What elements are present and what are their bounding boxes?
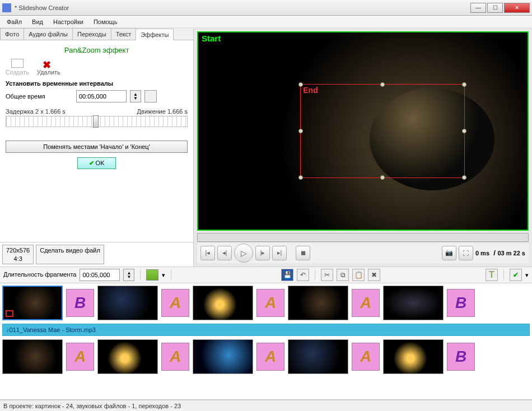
copy-button[interactable]: ⧉	[337, 269, 349, 281]
timeline[interactable]: B A A A B ♪ 011_Vanessa Mae - Storm.mp3 …	[0, 283, 532, 400]
fullscreen-button[interactable]: ⛶	[459, 246, 473, 260]
close-button[interactable]: ✕	[504, 3, 530, 13]
duration-label: Длительность фрагмента	[3, 271, 76, 278]
play-button[interactable]: ▷	[234, 244, 253, 263]
time-total: 03 m 22 s	[497, 250, 525, 256]
start-frame-label: Start	[202, 34, 221, 43]
apply-button[interactable]: ✔	[510, 269, 522, 281]
prev-frame-button[interactable]: ◂|	[217, 246, 232, 260]
goto-start-button[interactable]: |◂	[200, 246, 215, 260]
preview-canvas[interactable]: Start End	[197, 31, 529, 231]
clip-6[interactable]	[2, 339, 63, 374]
slider-thumb[interactable]	[93, 115, 99, 128]
menubar: Файл Вид Настройки Помощь	[0, 16, 532, 28]
clip-10[interactable]	[383, 339, 444, 374]
goto-end-button[interactable]: ▸|	[272, 246, 287, 260]
delete-button[interactable]: ✖	[368, 269, 380, 281]
window-buttons: — ☐ ✕	[470, 3, 530, 13]
tab-text[interactable]: Текст	[111, 28, 137, 40]
clip-4[interactable]	[288, 286, 348, 320]
clip-3[interactable]	[193, 286, 253, 320]
stop-button[interactable]: ◼	[296, 246, 310, 260]
transition-7[interactable]: A	[161, 343, 189, 371]
timeline-row-2: A A A A B	[2, 339, 530, 374]
delete-effect-button[interactable]: ✖ Удалить	[37, 59, 60, 76]
audio-track[interactable]: ♪ 011_Vanessa Mae - Storm.mp3	[2, 324, 530, 336]
window-title: * Slideshow Creator	[15, 4, 470, 11]
audio-filename: 011_Vanessa Mae - Storm.mp3	[10, 326, 96, 333]
clip-1[interactable]	[2, 286, 63, 320]
time-current: 0 ms	[475, 250, 489, 256]
delay-label: Задержка 2 x 1.666 s	[6, 108, 66, 115]
time-spinner[interactable]: ▲▼	[130, 90, 141, 102]
paste-button[interactable]: 📋	[352, 269, 365, 281]
effects-panel: Pan&Zoom эффект Создать ✖ Удалить Устано…	[0, 40, 193, 242]
rectangle-icon	[11, 59, 24, 68]
clip-9[interactable]	[288, 339, 348, 374]
transition-6[interactable]: A	[66, 343, 94, 371]
minimize-button[interactable]: —	[470, 3, 486, 13]
menu-settings[interactable]: Настройки	[49, 17, 88, 26]
aspect-value: 4:3	[6, 255, 30, 263]
delay-motion-slider[interactable]	[6, 116, 188, 127]
timeline-toolbar: Длительность фрагмента ▲▼ ▾ 💾 ↶ ✂ ⧉ 📋 ✖ …	[0, 267, 532, 283]
create-effect-button[interactable]: Создать	[6, 59, 29, 76]
motion-label: Движение 1.666 s	[137, 108, 188, 115]
transition-8[interactable]: A	[256, 343, 284, 371]
tab-effects[interactable]: Эффекты	[136, 29, 174, 40]
delete-label: Удалить	[37, 69, 60, 76]
menu-help[interactable]: Помощь	[89, 17, 122, 26]
next-frame-button[interactable]: |▸	[255, 246, 270, 260]
transition-9[interactable]: A	[352, 343, 380, 371]
handle-ne[interactable]	[462, 82, 466, 87]
save-button[interactable]: 💾	[281, 269, 293, 281]
resolution-box[interactable]: 720x576 4:3	[2, 245, 34, 264]
end-frame-label: End	[303, 86, 318, 95]
panzoom-title: Pan&Zoom эффект	[6, 46, 188, 54]
snapshot-button[interactable]: 📷	[442, 246, 456, 260]
text-tool-button[interactable]: T	[486, 269, 498, 281]
preview-panel: Start End |◂ ◂| ▷ |▸ ▸| ◼ 📷	[194, 28, 532, 267]
transition-10[interactable]: B	[447, 343, 475, 371]
tab-photo[interactable]: Фото	[0, 28, 24, 40]
clip-7[interactable]	[97, 339, 158, 374]
undo-button[interactable]: ↶	[297, 269, 309, 281]
resolution-value: 720x576	[6, 246, 30, 254]
clip-2[interactable]	[97, 286, 158, 320]
transition-4[interactable]: A	[352, 289, 380, 317]
tab-transitions[interactable]: Переходы	[72, 28, 111, 40]
fragment-duration-input[interactable]	[80, 269, 120, 281]
clip-8[interactable]	[193, 339, 253, 374]
face-thumbnail[interactable]	[146, 269, 158, 281]
menu-file[interactable]: Файл	[2, 17, 26, 26]
total-time-input[interactable]	[76, 90, 127, 102]
ok-button[interactable]: OK	[77, 157, 116, 169]
clip-5[interactable]	[383, 286, 444, 320]
preview-scrollbar[interactable]	[197, 233, 529, 242]
swap-start-end-button[interactable]: Поменять местами 'Начало' и 'Конец'	[6, 141, 188, 153]
cut-button[interactable]: ✂	[321, 269, 333, 281]
transition-5[interactable]: B	[447, 289, 475, 317]
titlebar: * Slideshow Creator — ☐ ✕	[0, 0, 532, 16]
panzoom-indicator-icon	[6, 310, 13, 317]
maximize-button[interactable]: ☐	[487, 3, 503, 13]
time-extra-button[interactable]	[144, 90, 157, 102]
handle-w[interactable]	[298, 129, 303, 133]
statusbar: В проекте: картинок - 24, звуковых файло…	[0, 400, 532, 411]
end-frame-box[interactable]: End	[300, 84, 465, 179]
transition-2[interactable]: A	[161, 289, 189, 317]
apply-dropdown-icon[interactable]: ▾	[525, 272, 529, 279]
create-label: Создать	[6, 69, 29, 76]
transition-1[interactable]: B	[66, 289, 94, 317]
transition-3[interactable]: A	[256, 289, 284, 317]
total-time-label: Общее время	[6, 93, 73, 100]
menu-view[interactable]: Вид	[27, 17, 48, 26]
dropdown-arrow-icon[interactable]: ▾	[162, 272, 165, 279]
handle-n[interactable]	[380, 82, 385, 87]
tab-audio[interactable]: Аудио файлы	[24, 28, 73, 40]
app-icon	[2, 3, 11, 12]
handle-nw[interactable]	[298, 82, 303, 87]
timeline-row-1: B A A A B	[2, 286, 530, 320]
make-video-button[interactable]: Сделать видео файл	[36, 245, 104, 264]
duration-spinner[interactable]: ▲▼	[123, 269, 134, 281]
